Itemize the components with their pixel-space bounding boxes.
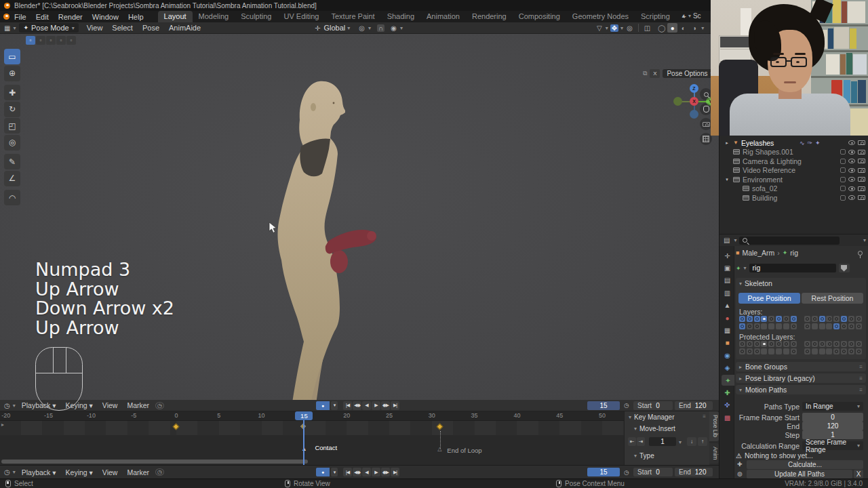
outliner-label[interactable]: Video Reference: [743, 166, 795, 174]
jump-start-button[interactable]: |◀: [343, 468, 352, 476]
eye-icon[interactable]: [848, 168, 855, 173]
layer-toggle[interactable]: [848, 323, 854, 329]
layer-toggle[interactable]: [739, 316, 745, 322]
layer-toggle[interactable]: [826, 323, 832, 329]
tool-move[interactable]: ✚: [4, 85, 20, 100]
properties-tab-constraints[interactable]: ◈: [722, 363, 733, 373]
panel-options-icon[interactable]: ≡: [859, 387, 863, 393]
jump-right-button[interactable]: ⇥: [637, 437, 645, 446]
auto-key-record-button[interactable]: ●: [316, 468, 330, 476]
layer-toggle[interactable]: [754, 323, 760, 329]
shading-rendered-button[interactable]: ◑: [689, 23, 699, 33]
pose-library-panel-header[interactable]: ▸ Pose Library (Legacy) ≡: [736, 373, 866, 383]
timeline-menu-marker[interactable]: Marker: [122, 401, 154, 409]
viewport-menu-view[interactable]: View: [82, 23, 108, 33]
layer-toggle[interactable]: [804, 323, 810, 329]
fake-user-shield-button[interactable]: [839, 264, 850, 272]
properties-search-input[interactable]: [739, 237, 840, 245]
skeleton-panel-header[interactable]: ▾ Skeleton: [739, 279, 772, 287]
checkbox-icon[interactable]: [840, 186, 846, 191]
tool-pose-breakdowner[interactable]: ◠: [4, 190, 20, 205]
camera-icon[interactable]: [858, 186, 865, 191]
workspace-tab-sculpting[interactable]: Sculpting: [235, 11, 277, 22]
gizmo-z-axis[interactable]: Z: [690, 84, 698, 93]
tab-pose-lib[interactable]: Pose Lib: [709, 411, 719, 441]
play-reverse-button[interactable]: ◀: [362, 401, 371, 410]
layer-toggle[interactable]: [833, 323, 840, 329]
layer-toggle[interactable]: [791, 323, 797, 329]
tool-transform[interactable]: ◎: [4, 135, 20, 150]
layer-toggle[interactable]: [754, 316, 760, 322]
play-button[interactable]: ▶: [372, 468, 380, 476]
viewport-menu-pose[interactable]: Pose: [138, 23, 164, 33]
end-frame-field[interactable]: End120: [675, 468, 713, 476]
layer-toggle[interactable]: [841, 323, 847, 329]
jump-end-button[interactable]: ▶|: [391, 468, 399, 476]
end-frame-field[interactable]: End120: [675, 401, 713, 410]
layer-toggle[interactable]: [776, 323, 782, 329]
eye-icon[interactable]: [848, 186, 855, 191]
snap-magnet-icon[interactable]: ∩: [377, 24, 384, 32]
checkbox-icon[interactable]: [840, 149, 846, 155]
timeline-horizontal-scrollbar[interactable]: [1, 460, 308, 464]
camera-icon[interactable]: [858, 140, 865, 145]
expander-down-icon[interactable]: ▾: [724, 177, 730, 182]
properties-tab-texture[interactable]: ▩: [722, 412, 733, 423]
viewport-menu-select[interactable]: Select: [107, 23, 138, 33]
protected-layer-toggle[interactable]: [783, 341, 789, 347]
camera-icon[interactable]: [858, 150, 865, 155]
marker-triangle[interactable]: △: [437, 446, 441, 452]
layer-toggle[interactable]: [819, 316, 825, 322]
datablock-name-field[interactable]: rig: [749, 264, 836, 272]
current-frame-badge[interactable]: 15: [295, 411, 313, 420]
properties-tab-object-data[interactable]: ✦: [722, 375, 734, 386]
quick-select-paint[interactable]: ▫: [66, 36, 76, 45]
outliner-label[interactable]: Camera & Lighting: [743, 157, 802, 165]
calculate-button[interactable]: Calculate...: [747, 460, 863, 469]
orientation-label[interactable]: Global: [323, 24, 345, 32]
properties-tab-view-layer[interactable]: ▥: [722, 287, 733, 298]
current-frame-field[interactable]: 15: [587, 468, 620, 476]
panel-options-icon[interactable]: ≡: [703, 413, 706, 420]
layer-toggle[interactable]: [761, 323, 767, 329]
outliner-row-rig-shapes-001[interactable]: Rig Shapes.001: [719, 148, 868, 157]
quick-select-box[interactable]: ▫: [36, 36, 45, 45]
layer-toggle[interactable]: [761, 316, 767, 322]
play-button[interactable]: ▶: [372, 401, 380, 410]
layer-toggle[interactable]: [747, 323, 753, 329]
properties-tab-tool[interactable]: ✛: [722, 250, 733, 261]
tool-scale[interactable]: ◰: [4, 118, 20, 134]
prev-keyframe-button[interactable]: ◀◆: [353, 468, 361, 476]
protected-layer-toggle[interactable]: [819, 341, 825, 347]
checkbox-icon[interactable]: [840, 167, 846, 173]
jump-end-button[interactable]: ▶|: [391, 401, 399, 410]
menu-edit[interactable]: Edit: [31, 12, 54, 22]
editor-type-icon[interactable]: ▤: [722, 237, 731, 244]
shading-solid-button[interactable]: ●: [667, 23, 677, 33]
overlays-toggle-icon[interactable]: ◎: [625, 24, 634, 32]
layer-toggle[interactable]: [812, 316, 818, 322]
gizmo-z-negative[interactable]: [690, 110, 698, 119]
tool-cursor[interactable]: ⊕: [4, 66, 20, 81]
properties-tab-world[interactable]: ●: [722, 312, 733, 323]
protected-layer-toggle[interactable]: [848, 348, 854, 354]
editor-type-icon[interactable]: ◷: [3, 468, 12, 476]
camera-icon[interactable]: [858, 168, 865, 173]
jump-left-button[interactable]: ⇤: [628, 437, 636, 446]
layer-toggle[interactable]: [791, 316, 797, 322]
timeline-menu-playback[interactable]: Playback ▾: [17, 468, 61, 476]
protected-layer-toggle[interactable]: [761, 341, 767, 347]
workspace-tab-layout[interactable]: Layout: [158, 11, 193, 22]
properties-tab-physics[interactable]: ◉: [722, 350, 733, 361]
layer-toggle[interactable]: [848, 316, 854, 322]
layer-toggle[interactable]: [783, 316, 789, 322]
panel-options-icon[interactable]: ≡: [859, 364, 863, 370]
outliner-label[interactable]: Building: [752, 194, 777, 202]
tab-anim[interactable]: Anim: [709, 443, 719, 464]
tool-annotate[interactable]: ✎: [4, 154, 20, 169]
close-button[interactable]: X: [854, 470, 863, 479]
properties-tab-output[interactable]: ▤: [722, 275, 733, 286]
camera-icon[interactable]: [858, 195, 865, 200]
outliner-label[interactable]: Rig Shapes.001: [743, 148, 793, 156]
pose-options-dropdown[interactable]: Pose Options ▾: [663, 69, 717, 78]
